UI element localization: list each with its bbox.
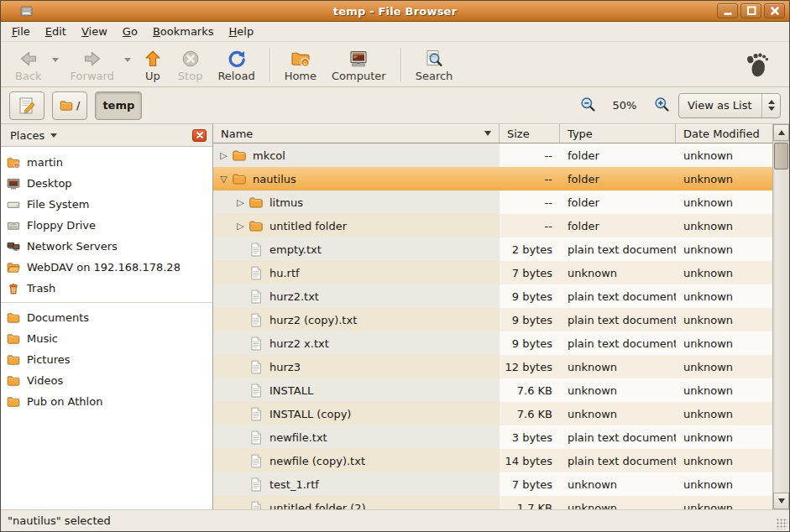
arrow-up-icon (778, 130, 785, 135)
file-date-modified: unknown (676, 402, 772, 425)
table-row[interactable]: hurz2.txt9 bytesplain text documentunkno… (213, 284, 772, 308)
scroll-up-button[interactable] (773, 124, 789, 141)
folder-icon (231, 171, 248, 186)
close-button[interactable] (764, 3, 785, 18)
menu-help[interactable]: Help (222, 23, 262, 40)
sidebar-item-floppy-drive[interactable]: Floppy Drive (1, 215, 212, 236)
zoom-in-button[interactable] (652, 96, 671, 115)
minimize-button[interactable] (717, 3, 738, 18)
forward-button[interactable]: Forward (63, 45, 122, 84)
sidebar-item-videos[interactable]: Videos (1, 370, 212, 391)
toolbar-button-label: Up (145, 70, 160, 82)
column-header-name[interactable]: Name (213, 124, 500, 143)
file-type: unknown (560, 261, 676, 284)
column-header-size[interactable]: Size (500, 124, 560, 143)
view-mode-select[interactable]: View as List (678, 93, 781, 118)
drive-icon (7, 198, 20, 211)
webdav-icon (7, 261, 20, 274)
computer-button[interactable]: Computer (324, 45, 394, 84)
scrollbar-thumb[interactable] (774, 143, 788, 170)
sidebar-item-music[interactable]: Music (1, 328, 212, 349)
minimize-icon (721, 4, 735, 18)
text-file-icon (248, 242, 264, 257)
file-name: hu.rtf (269, 267, 300, 279)
places-selector[interactable]: Places (7, 128, 60, 143)
sidebar-item-pub-on-athlon[interactable]: Pub on Athlon (1, 391, 212, 412)
expanded-expander-icon[interactable]: ▽ (217, 175, 231, 184)
collapsed-expander-icon[interactable]: ▷ (217, 151, 231, 160)
sidebar-item-pictures[interactable]: Pictures (1, 349, 212, 370)
file-date-modified: unknown (676, 190, 772, 214)
reload-button[interactable]: Reload (210, 45, 262, 84)
sidebar-item-webdav-on-192-168-178-28[interactable]: WebDAV on 192.168.178.28 (1, 257, 212, 278)
back-dropdown-arrow[interactable] (50, 58, 61, 62)
file-name: mkcol (253, 149, 285, 162)
table-row[interactable]: empty.txt2 bytesplain text documentunkno… (213, 237, 772, 261)
file-date-modified: unknown (676, 449, 772, 472)
collapsed-expander-icon[interactable]: ▷ (233, 198, 248, 207)
file-size: -- (500, 143, 560, 167)
sidebar-item-martin[interactable]: martin (1, 152, 212, 173)
sidebar-item-label: Pub on Athlon (27, 395, 102, 408)
sidebar-item-trash[interactable]: Trash (1, 278, 212, 299)
maximize-button[interactable] (740, 3, 761, 18)
up-button[interactable]: Up (135, 45, 170, 84)
forward-dropdown-arrow[interactable] (122, 58, 133, 62)
home-folder-icon (7, 156, 20, 170)
file-size: 7 bytes (500, 472, 560, 496)
stop-button[interactable]: Stop (170, 45, 211, 84)
collapsed-expander-icon[interactable]: ▷ (233, 222, 248, 231)
table-row[interactable]: hurz2 x.txt9 bytesplain text documentunk… (213, 331, 772, 355)
table-row[interactable]: ▷untitled folder--folderunknown (213, 214, 772, 237)
sidebar-header: Places (1, 124, 212, 147)
table-row[interactable]: ▷litmus--folderunknown (213, 190, 772, 214)
sidebar-item-file-system[interactable]: File System (1, 194, 212, 215)
scroll-down-button[interactable] (773, 493, 789, 509)
spinner-arrows-icon (761, 94, 780, 117)
sidebar-item-desktop[interactable]: Desktop (1, 173, 212, 194)
menu-go[interactable]: Go (115, 23, 145, 40)
table-row[interactable]: test_1.rtf7 bytesunknownunknown (213, 472, 772, 496)
path-root-button[interactable]: / (52, 91, 87, 120)
table-row[interactable]: INSTALL7.6 KBunknownunknown (213, 378, 772, 402)
sidebar-item-documents[interactable]: Documents (1, 307, 212, 328)
sidebar-close-button[interactable] (192, 129, 207, 142)
search-button[interactable]: Search (408, 45, 461, 84)
column-header-type[interactable]: Type (560, 124, 676, 143)
home-button[interactable]: Home (277, 45, 324, 84)
table-row[interactable]: untitled folder (2)1.7 KBunknownunknown (213, 496, 772, 509)
folder-icon (7, 395, 20, 409)
menu-edit[interactable]: Edit (38, 23, 74, 40)
menu-view[interactable]: View (74, 23, 115, 40)
table-row[interactable]: hurz2 (copy).txt9 bytesplain text docume… (213, 308, 772, 331)
table-row[interactable]: hurz312 bytesunknownunknown (213, 355, 772, 378)
resize-grip[interactable] (777, 519, 787, 529)
toolbar: BackForwardUpStopReloadHomeComputerSearc… (1, 41, 789, 87)
file-date-modified: unknown (676, 261, 772, 284)
back-button[interactable]: Back (8, 45, 50, 84)
titlebar[interactable]: temp - File Browser (1, 1, 789, 22)
menu-file[interactable]: File (4, 23, 38, 40)
table-row[interactable]: INSTALL (copy)7.6 KBunknownunknown (213, 402, 772, 425)
toolbar-buttons: BackForwardUpStopReloadHomeComputerSearc… (8, 45, 460, 84)
table-row[interactable]: newfile.txt3 bytesplain text documentunk… (213, 425, 772, 449)
column-header-date-modified[interactable]: Date Modified (676, 124, 772, 143)
sidebar-item-network-servers[interactable]: Network Servers (1, 236, 212, 257)
file-browser-window: temp - File Browser FileEditViewGoBookma… (0, 0, 790, 532)
sidebar-item-label: martin (27, 156, 63, 169)
table-row[interactable]: ▽nautilus--folderunknown (213, 167, 772, 190)
edit-location-button[interactable] (9, 91, 44, 120)
table-row[interactable]: newfile (copy).txt14 bytesplain text doc… (213, 449, 772, 472)
back-icon (18, 49, 39, 69)
zoom-out-icon (580, 96, 596, 115)
sidebar-list: martinDesktopFile SystemFloppy DriveNetw… (1, 147, 212, 412)
zoom-out-button[interactable] (578, 96, 597, 115)
vertical-scrollbar[interactable] (772, 124, 789, 509)
menu-bookmarks[interactable]: Bookmarks (145, 23, 222, 40)
path-current-button[interactable]: temp (95, 91, 142, 120)
chevron-down-icon (50, 133, 57, 138)
table-row[interactable]: hu.rtf7 bytesunknownunknown (213, 261, 772, 284)
table-row[interactable]: ▷mkcol--folderunknown (213, 143, 772, 167)
scrollbar-trough[interactable] (773, 141, 789, 493)
file-date-modified: unknown (676, 331, 772, 355)
